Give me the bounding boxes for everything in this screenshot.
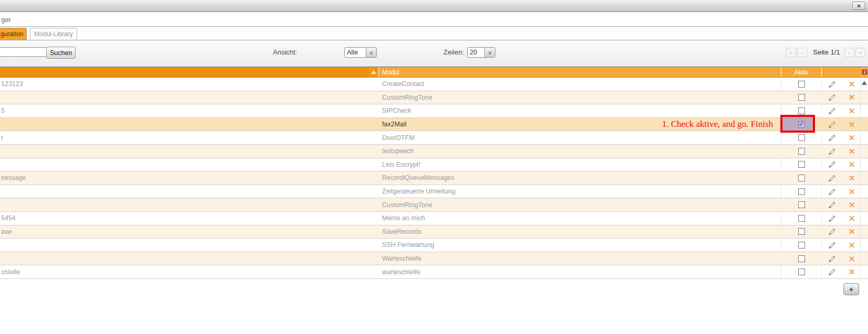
aktiv-checkbox[interactable] [798, 121, 805, 128]
scrollbar-gutter [861, 265, 868, 278]
delete-x-icon[interactable]: ✕ [849, 268, 855, 276]
delete-x-icon[interactable]: ✕ [849, 80, 855, 88]
delete-x-icon[interactable]: ✕ [849, 228, 855, 235]
row-aktiv-cell [781, 104, 822, 117]
aktiv-checkbox[interactable] [798, 81, 805, 88]
pager-prev-button[interactable]: ‹ [797, 48, 807, 57]
tab-modul-library[interactable]: Modul-Library [30, 28, 77, 40]
search-button[interactable]: Suchen [46, 47, 76, 59]
edit-pencil-icon[interactable] [827, 214, 836, 223]
table-row: CustomRingTone ✕ 1. Check aktive, and go… [0, 91, 868, 105]
column-header-aktiv[interactable]: Aktiv [781, 67, 822, 77]
sort-indicator[interactable] [369, 67, 379, 77]
row-modul-cell: CustomRingTone [379, 198, 781, 211]
add-module-button[interactable]: + [843, 283, 859, 295]
tab-label: guration [1, 30, 23, 38]
row-actions-cell: ✕ [822, 171, 861, 185]
row-name-cell [0, 145, 379, 158]
view-filter-select[interactable]: Alle ∨ [344, 47, 377, 58]
edit-pencil-icon[interactable] [827, 120, 836, 129]
row-modul-cell: Zeitgesteuerte Umleitung [379, 185, 781, 198]
row-aktiv-cell [781, 265, 822, 278]
pager-next-button[interactable]: › [844, 48, 854, 57]
column-header-name[interactable] [0, 67, 369, 77]
column-header-modul[interactable]: Modul [379, 67, 781, 77]
edit-pencil-icon[interactable] [827, 241, 836, 250]
aktiv-checkbox[interactable] [798, 268, 805, 275]
tab-konfiguration[interactable]: guration [0, 28, 27, 40]
row-aktiv-cell [781, 145, 822, 158]
search-input[interactable] [0, 47, 47, 57]
row-actions-cell: ✕ [822, 78, 861, 91]
table-row: CustomRingTone ✕ 1. Check aktive, and go… [0, 198, 868, 212]
row-name-cell [0, 239, 379, 252]
row-actions-cell: ✕ [822, 185, 861, 198]
table-row: chleife warteschleife ✕ 1. Check aktive,… [0, 265, 868, 279]
delete-x-icon[interactable]: ✕ [849, 214, 855, 222]
row-name-cell: t [0, 131, 379, 144]
table-row: Zeitgesteuerte Umleitung ✕ 1. Check akti… [0, 185, 868, 199]
table-row: Warteschleife ✕ 1. Check aktive, and go.… [0, 252, 868, 266]
edit-pencil-icon[interactable] [827, 80, 836, 89]
edit-pencil-icon[interactable] [827, 106, 836, 115]
delete-x-icon[interactable]: ✕ [849, 174, 855, 182]
row-aktiv-cell [781, 171, 822, 185]
aktiv-checkbox[interactable] [798, 215, 805, 222]
row-name-cell: chleife [0, 265, 379, 278]
scroll-up-icon[interactable] [862, 81, 867, 85]
aktiv-checkbox[interactable] [798, 175, 805, 181]
pager-first-button[interactable]: « [786, 48, 796, 57]
pager-last-button[interactable]: » [855, 48, 865, 57]
row-modul-cell: Warteschleife [379, 252, 781, 265]
scrollbar-gutter [861, 158, 868, 171]
edit-pencil-icon[interactable] [827, 187, 836, 196]
delete-x-icon[interactable]: ✕ [849, 134, 855, 142]
edit-pencil-icon[interactable] [827, 133, 836, 142]
delete-x-icon[interactable]: ✕ [849, 188, 855, 196]
delete-x-icon[interactable]: ✕ [849, 147, 855, 155]
aktiv-checkbox[interactable] [798, 201, 805, 208]
aktiv-checkbox[interactable] [798, 134, 805, 141]
row-aktiv-cell [781, 198, 822, 211]
aktiv-checkbox[interactable] [798, 107, 805, 114]
edit-pencil-icon[interactable] [827, 267, 836, 276]
row-modul-cell: SSH Fernwartung [379, 239, 781, 252]
delete-x-icon[interactable]: ✕ [849, 255, 855, 263]
row-actions-cell: ✕ [822, 212, 861, 225]
delete-x-icon[interactable]: ✕ [849, 160, 855, 168]
edit-pencil-icon[interactable] [827, 93, 836, 102]
aktiv-checkbox[interactable] [798, 242, 805, 249]
rows-per-page-select[interactable]: 20 ∨ [467, 47, 495, 58]
row-name-cell: ave [0, 225, 379, 239]
info-icon[interactable]: i [861, 69, 868, 76]
edit-pencil-icon[interactable] [827, 160, 836, 169]
row-modul-cell: testspeech [379, 145, 781, 158]
row-actions-cell: ✕ [822, 239, 861, 252]
row-actions-cell: ✕ [822, 158, 861, 171]
delete-x-icon[interactable]: ✕ [849, 201, 855, 209]
row-actions-cell: ✕ [822, 265, 861, 278]
delete-x-icon[interactable]: ✕ [849, 121, 855, 128]
column-header-label: Modul [382, 69, 399, 76]
table-header: Modul Aktiv i [0, 67, 868, 78]
edit-pencil-icon[interactable] [827, 147, 836, 156]
edit-pencil-icon[interactable] [827, 200, 836, 209]
aktiv-checkbox[interactable] [798, 188, 805, 195]
row-aktiv-cell [781, 225, 822, 239]
close-icon[interactable]: ✕ [852, 2, 865, 10]
delete-x-icon[interactable]: ✕ [849, 107, 855, 115]
edit-pencil-icon[interactable] [827, 254, 836, 263]
aktiv-checkbox[interactable] [798, 94, 805, 101]
edit-pencil-icon[interactable] [827, 227, 836, 236]
row-aktiv-cell [781, 212, 822, 225]
row-modul-cell: Memo an mich [379, 212, 781, 225]
chevron-down-icon: ∨ [366, 48, 376, 57]
aktiv-checkbox[interactable] [798, 228, 805, 235]
page-indicator: Seite 1/1 [811, 48, 842, 56]
edit-pencil-icon[interactable] [827, 174, 836, 182]
delete-x-icon[interactable]: ✕ [849, 93, 855, 101]
aktiv-checkbox[interactable] [798, 255, 805, 262]
delete-x-icon[interactable]: ✕ [849, 241, 855, 249]
aktiv-checkbox[interactable] [798, 161, 805, 168]
aktiv-checkbox[interactable] [798, 148, 805, 155]
